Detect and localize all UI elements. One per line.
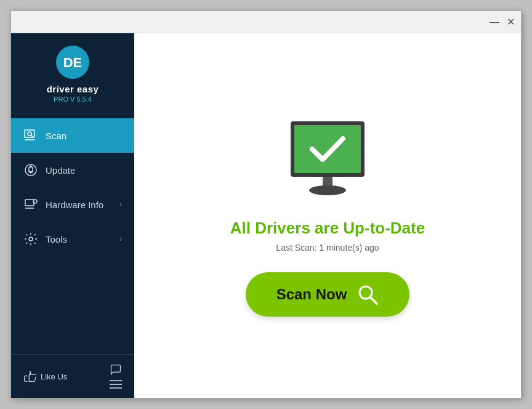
like-us-label: Like Us: [41, 372, 67, 381]
update-label: Update: [46, 165, 75, 176]
logo-icon: DE: [56, 46, 89, 79]
monitor-illustration: [278, 115, 377, 204]
svg-point-19: [309, 185, 346, 195]
svg-point-4: [28, 132, 31, 136]
like-us-button[interactable]: Like Us: [23, 370, 67, 383]
hardware-info-icon: [23, 197, 38, 212]
svg-rect-9: [25, 200, 34, 206]
sidebar-nav: Scan Update: [11, 113, 134, 354]
svg-line-21: [371, 298, 377, 304]
status-title: All Drivers are Up-to-Date: [230, 219, 425, 238]
hardware-info-label: Hardware Info: [46, 200, 103, 210]
svg-point-12: [29, 237, 33, 241]
status-subtitle: Last Scan: 1 minute(s) ago: [276, 243, 379, 253]
hardware-info-arrow: ›: [119, 200, 122, 209]
close-button[interactable]: ✕: [507, 17, 515, 27]
scan-now-label: Scan Now: [276, 286, 347, 303]
logo-version: PRO V 5.5.4: [54, 95, 92, 103]
title-bar-controls: — ✕: [490, 17, 515, 27]
tools-icon: [23, 232, 38, 246]
update-icon: [23, 163, 38, 177]
monitor-svg: [278, 115, 377, 201]
title-bar: — ✕: [11, 11, 521, 33]
scan-search-icon: [357, 283, 379, 306]
scan-icon: [23, 128, 38, 143]
app-window: — ✕ DE driver easy PRO V 5.5.4: [10, 10, 522, 399]
sidebar-bottom: Like Us: [11, 354, 134, 398]
tools-label: Tools: [46, 234, 67, 245]
sidebar-item-update[interactable]: Update: [11, 153, 134, 187]
thumbs-up-icon: [23, 370, 36, 383]
svg-text:DE: DE: [63, 55, 83, 70]
menu-icon[interactable]: [110, 379, 122, 389]
bottom-icons: [110, 363, 122, 389]
app-body: DE driver easy PRO V 5.5.4 Scan: [11, 33, 521, 398]
scan-now-button[interactable]: Scan Now: [246, 272, 410, 317]
logo-name: driver easy: [47, 84, 99, 94]
sidebar-item-scan[interactable]: Scan: [11, 118, 134, 153]
sidebar-item-hardware-info[interactable]: Hardware Info ›: [11, 187, 134, 222]
main-content: All Drivers are Up-to-Date Last Scan: 1 …: [134, 33, 521, 398]
chat-icon[interactable]: [110, 363, 122, 376]
svg-rect-2: [25, 130, 34, 137]
tools-arrow: ›: [119, 235, 122, 243]
sidebar: DE driver easy PRO V 5.5.4 Scan: [11, 33, 134, 398]
minimize-button[interactable]: —: [490, 17, 499, 27]
sidebar-item-tools[interactable]: Tools ›: [11, 222, 134, 256]
scan-label: Scan: [46, 131, 66, 141]
sidebar-logo: DE driver easy PRO V 5.5.4: [11, 33, 134, 113]
svg-rect-17: [294, 125, 361, 173]
